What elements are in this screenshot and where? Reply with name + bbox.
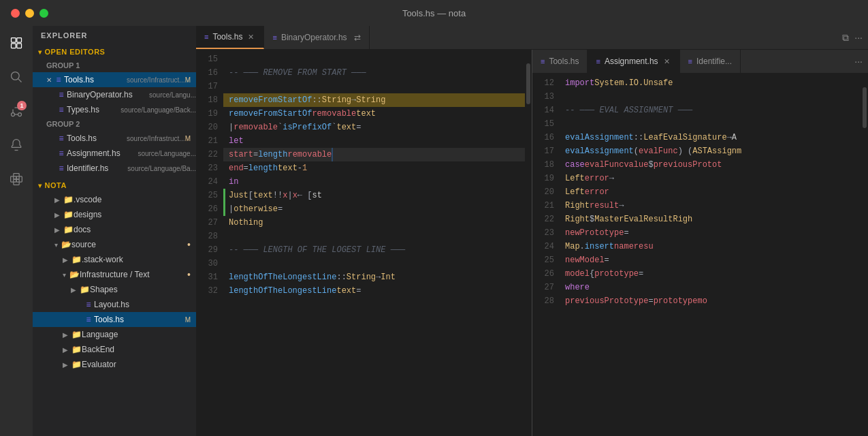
tab-file-icon: ≡ xyxy=(688,57,692,65)
maximize-button[interactable] xyxy=(39,9,48,18)
source-control-badge: 1 xyxy=(17,101,27,110)
tab-sync-icon[interactable]: ⇄ xyxy=(354,33,361,42)
editor-area: ≡ Tools.hs ✕ ≡ BinaryOperator.hs ⇄ ⧉ ···… xyxy=(196,26,868,436)
activity-source-control[interactable]: 1 xyxy=(5,99,28,123)
editor-pane-left: 1516171819 2021222324 2526272829 303132 … xyxy=(196,50,532,436)
open-file-types-g1[interactable]: ≡ Types.hs source/Language/Back... xyxy=(33,102,196,117)
group2-label: GROUP 2 xyxy=(33,117,196,131)
pane-more-icon[interactable]: ··· xyxy=(854,56,863,67)
scroll-thumb[interactable] xyxy=(863,87,867,128)
tab-binary-operator[interactable]: ≡ BinaryOperator.hs ⇄ xyxy=(264,26,369,49)
svg-point-4 xyxy=(12,72,20,80)
tree-stack-work[interactable]: ▶ 📁 .stack-work xyxy=(33,252,196,267)
code-line: in xyxy=(223,175,525,189)
tree-layout-hs[interactable]: ≡ Layout.hs xyxy=(33,297,196,312)
code-container-left[interactable]: 1516171819 2021222324 2526272829 303132 … xyxy=(196,50,532,436)
hs-file-icon: ≡ xyxy=(56,133,67,144)
hs-file-icon: ≡ xyxy=(56,163,67,174)
scroll-indicator-left[interactable] xyxy=(525,50,532,436)
app-container: 1 EXPLORER ▾ OPEN EDITORS GROUP 1 xyxy=(0,26,868,436)
activity-bar: 1 xyxy=(0,26,33,436)
open-file-assignment-g2[interactable]: ≡ Assignment.hs source/Language... xyxy=(33,146,196,161)
code-content-right[interactable]: import System.IO.Unsafe -- ——— EVAL ASSI… xyxy=(560,74,861,436)
code-line xyxy=(560,117,861,131)
svg-rect-0 xyxy=(12,38,16,43)
code-line xyxy=(223,80,525,93)
folder-icon: 📁 xyxy=(79,284,90,295)
tree-source[interactable]: ▾ 📂 source • xyxy=(33,237,196,252)
open-file-identifier-g2[interactable]: ≡ Identifier.hs source/Language/Ba... xyxy=(33,161,196,176)
tab-close-assignment[interactable]: ✕ xyxy=(662,57,671,66)
code-line xyxy=(223,257,525,270)
tree-language[interactable]: ▶ 📁 Language xyxy=(33,327,196,342)
nota-arrow: ▾ xyxy=(38,182,42,189)
code-line: evalAssignment :: LeafEvalSignature → A xyxy=(560,131,861,144)
window-controls[interactable] xyxy=(11,9,48,18)
group1-label: GROUP 1 xyxy=(33,59,196,72)
code-line: removeFromStartOf removable text xyxy=(223,107,525,121)
pane-tab-assignment[interactable]: ≡ Assignment.hs ✕ xyxy=(588,50,679,73)
svg-rect-1 xyxy=(17,38,22,43)
pane-tab-identifier[interactable]: ≡ Identifie... xyxy=(680,50,741,73)
code-line: Right result → xyxy=(560,199,861,213)
code-line xyxy=(223,52,525,66)
code-line: Left error xyxy=(560,185,861,199)
split-editor-icon[interactable]: ⧉ xyxy=(842,32,849,44)
code-line: | otherwise = xyxy=(223,202,525,216)
open-editors-arrow: ▾ xyxy=(38,48,42,56)
svg-point-6 xyxy=(12,113,15,116)
nota-section[interactable]: ▾ NOTA xyxy=(33,178,196,192)
open-file-tools-g2[interactable]: ≡ Tools.hs source/Infrastruct... M xyxy=(33,131,196,146)
sidebar: EXPLORER ▾ OPEN EDITORS GROUP 1 ✕ ≡ Tool… xyxy=(33,26,196,436)
tab-label: Assignment.hs xyxy=(605,57,658,66)
more-actions-icon[interactable]: ··· xyxy=(854,32,863,43)
tree-tools-hs[interactable]: ≡ Tools.hs M xyxy=(33,312,196,327)
close-tools-hs-g1[interactable]: ✕ xyxy=(46,76,52,84)
tree-evaluator[interactable]: ▶ 📁 Evaluator xyxy=(33,357,196,372)
tree-infra-text[interactable]: ▾ 📂 Infrastructure / Text • xyxy=(33,267,196,282)
folder-open-icon: 📂 xyxy=(69,269,80,280)
titlebar: Tools.hs — nota xyxy=(0,0,868,26)
editor-pane-right: ≡ Tools.hs ≡ Assignment.hs ✕ ≡ Identifie… xyxy=(532,50,868,436)
hs-file-icon: ≡ xyxy=(53,74,64,85)
code-line: lengthOfTheLongestLine :: String → Int xyxy=(223,270,525,284)
pane-tab-tools[interactable]: ≡ Tools.hs xyxy=(532,50,588,73)
nota-label: NOTA xyxy=(45,181,67,189)
file-badge-m: M xyxy=(185,135,196,142)
code-line: lengthOfTheLongestLine text = xyxy=(223,284,525,298)
hs-file-icon: ≡ xyxy=(56,89,67,100)
code-line: newPrototype = xyxy=(560,226,861,240)
hs-file-icon: ≡ xyxy=(56,104,67,115)
code-container-right[interactable]: 1213141516 1718192021 2223242526 2728 im… xyxy=(532,74,868,436)
open-file-tools-hs-g1[interactable]: ✕ ≡ Tools.hs source/Infrastruct... M xyxy=(33,72,196,87)
minimize-button[interactable] xyxy=(25,9,34,18)
tab-close-tools[interactable]: ✕ xyxy=(246,33,255,42)
code-line: import System.IO.Unsafe xyxy=(560,76,861,90)
code-line: let xyxy=(223,134,525,148)
tree-docs[interactable]: ▶ 📁 docs xyxy=(33,222,196,237)
code-line: removeFromStartOf :: String → String xyxy=(223,93,525,107)
hs-file-icon: ≡ xyxy=(83,299,94,310)
folder-icon: 📁 xyxy=(71,344,82,355)
code-line: case evalFunc value $ previousProtot xyxy=(560,158,861,172)
tree-vscode[interactable]: ▶ 📁 .vscode xyxy=(33,192,196,207)
activity-debug[interactable] xyxy=(5,134,28,157)
code-line: -- ——— LENGTH OF THE LOGEST LINE ——— xyxy=(223,243,525,257)
code-content-left[interactable]: -- ——— REMOVE FROM START ——— removeFromS… xyxy=(223,50,525,436)
folder-icon: 📁 xyxy=(71,254,82,265)
tab-tools-hs[interactable]: ≡ Tools.hs ✕ xyxy=(196,26,264,49)
activity-explorer[interactable] xyxy=(5,31,28,54)
close-button[interactable] xyxy=(11,9,20,18)
activity-search[interactable] xyxy=(5,65,28,89)
tree-backend[interactable]: ▶ 📁 BackEnd xyxy=(33,342,196,357)
folder-icon: 📁 xyxy=(63,194,74,205)
scroll-thumb[interactable] xyxy=(526,63,530,104)
activity-extensions[interactable] xyxy=(5,168,28,191)
open-editors-section[interactable]: ▾ OPEN EDITORS xyxy=(33,45,196,59)
code-line: where xyxy=(560,281,861,294)
tree-designs[interactable]: ▶ 📁 designs xyxy=(33,207,196,222)
open-file-binary-g1[interactable]: ≡ BinaryOperator.hs source/Langu... xyxy=(33,87,196,102)
tree-shapes[interactable]: ▶ 📁 Shapes xyxy=(33,282,196,297)
code-line: Map . insert name resu xyxy=(560,240,861,253)
scroll-indicator-right[interactable] xyxy=(861,74,868,436)
